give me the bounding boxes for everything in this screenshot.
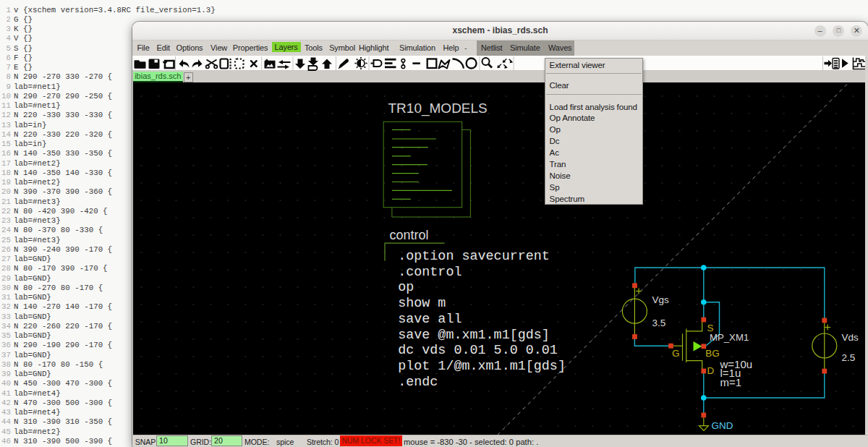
svg-text:.endc: .endc	[398, 374, 438, 389]
svg-text:3.5: 3.5	[652, 318, 665, 328]
svg-text:.option savecurrent: .option savecurrent	[398, 249, 550, 264]
svg-text:G: G	[672, 348, 680, 359]
svg-text:save all: save all	[398, 311, 461, 326]
svg-text:plot 1/@m.xm1.m1[gds]: plot 1/@m.xm1.m1[gds]	[398, 358, 566, 373]
svg-text:MP_XM1: MP_XM1	[710, 331, 749, 342]
svg-text:Vgs: Vgs	[652, 294, 669, 305]
svg-text:m=1: m=1	[720, 375, 741, 388]
svg-text:2.5: 2.5	[841, 352, 855, 362]
svg-text:BG: BG	[705, 348, 720, 359]
svg-text:show m: show m	[398, 296, 446, 311]
svg-text:Vds: Vds	[841, 332, 859, 343]
svg-text:save @m.xm1.m1[gds]: save @m.xm1.m1[gds]	[398, 327, 550, 342]
svg-text:S: S	[707, 322, 713, 333]
svg-text:D: D	[707, 365, 714, 375]
svg-text:TR10_MODELS: TR10_MODELS	[388, 100, 487, 116]
svg-text:op: op	[398, 280, 414, 295]
svg-text:dc vds 0.01 5.0 0.01: dc vds 0.01 5.0 0.01	[398, 343, 558, 358]
svg-text:.control: .control	[398, 264, 461, 279]
svg-text:GND: GND	[711, 420, 733, 431]
svg-text:control: control	[389, 227, 428, 242]
